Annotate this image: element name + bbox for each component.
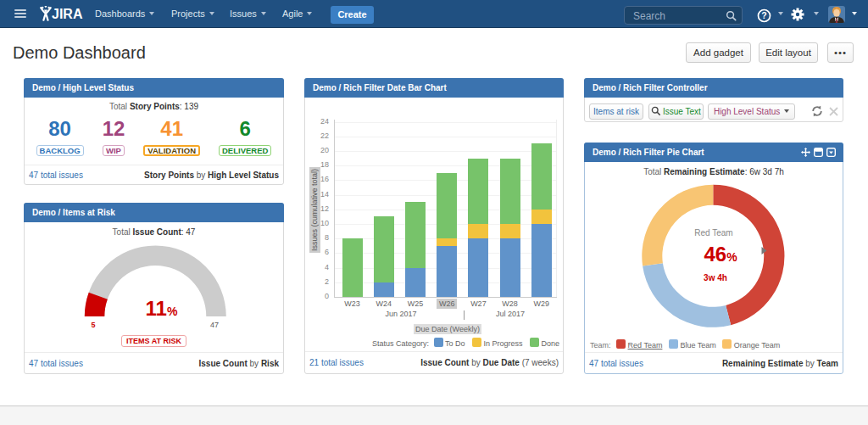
svg-text:?: ?	[761, 10, 766, 20]
